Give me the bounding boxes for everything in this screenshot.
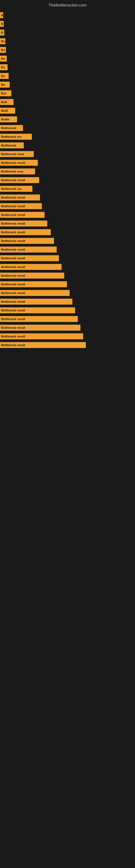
bar-row: Bottleneck result bbox=[0, 341, 135, 349]
bar-row: Bottleneck result bbox=[0, 254, 135, 262]
bar-label: Bottleneck result bbox=[1, 335, 25, 338]
bar-row: Bottleneck result bbox=[0, 315, 135, 323]
bar-item: Bottl bbox=[0, 108, 15, 114]
bar-item: Bottleneck result bbox=[0, 160, 38, 166]
bar-item: B bbox=[0, 12, 3, 18]
bar-label: Bottleneck result bbox=[1, 283, 25, 286]
bar-item: Bottleneck result bbox=[0, 290, 70, 296]
bar-label: Bottleneck result bbox=[1, 317, 25, 321]
bar-item: Bottleneck result bbox=[0, 203, 42, 209]
bar-item: Bottleneck resul bbox=[0, 151, 34, 157]
bar-item: Bottleneck resu bbox=[0, 168, 35, 175]
bar-row: Bo bbox=[0, 72, 135, 80]
bar-item: Bottle bbox=[0, 116, 17, 122]
bar-item: Bottleneck result bbox=[0, 333, 83, 339]
bar-item: Bottleneck result bbox=[0, 220, 47, 226]
bar-row: Bottleneck result bbox=[0, 176, 135, 184]
bar-row: Bottleneck result bbox=[0, 333, 135, 340]
bar-label: Bo bbox=[1, 83, 5, 86]
bar-row: Bo bbox=[0, 63, 135, 71]
bar-row: Bottleneck result bbox=[0, 280, 135, 288]
bar-row: Bott bbox=[0, 98, 135, 106]
bar-row: Bottleneck result bbox=[0, 228, 135, 236]
bar-item: Bottleneck res bbox=[0, 186, 32, 192]
bar-item: Bot bbox=[0, 90, 11, 96]
bar-label: Bo bbox=[1, 48, 5, 52]
bar-item: Bottleneck res bbox=[0, 134, 32, 140]
bar-item: B bbox=[0, 30, 4, 35]
bar-item: Bo bbox=[0, 47, 6, 53]
bar-label: Bottleneck result bbox=[1, 265, 25, 269]
bar-row: Bottleneck result bbox=[0, 246, 135, 253]
bar-label: Bottleneck result bbox=[1, 257, 25, 260]
bar-label: Bottleneck result bbox=[1, 179, 25, 182]
bar-row: Bo bbox=[0, 81, 135, 88]
bar-row: B bbox=[0, 29, 135, 36]
bar-row: Bottleneck result bbox=[0, 263, 135, 271]
bar-label: Bottleneck result bbox=[1, 326, 25, 329]
bar-label: Bottleneck result bbox=[1, 274, 25, 277]
bar-row: Bottleneck resu bbox=[0, 167, 135, 175]
bar-row: Bottleneck bbox=[0, 124, 135, 132]
bar-item: Bottleneck result bbox=[0, 299, 72, 305]
bar-label: Bottleneck resul bbox=[1, 152, 24, 156]
bars-container: BBBBoBoBoBoBoBoBotBottBottlBottleBottlen… bbox=[0, 9, 135, 352]
bar-item: Bottleneck result bbox=[0, 325, 81, 331]
bar-row: Bottleneck result bbox=[0, 220, 135, 227]
bar-label: B bbox=[1, 13, 3, 17]
bar-row: Bottleneck res bbox=[0, 185, 135, 193]
bar-item: Bottleneck result bbox=[0, 342, 86, 348]
bar-label: Bottle bbox=[1, 118, 9, 121]
bar-item: Bottleneck result bbox=[0, 229, 51, 235]
bar-item: Bottleneck result bbox=[0, 212, 45, 218]
bar-label: Bottleneck result bbox=[1, 222, 25, 225]
bar-label: Bo bbox=[1, 74, 5, 78]
bar-item: Bott bbox=[0, 99, 13, 105]
bar-row: Bottleneck resul bbox=[0, 150, 135, 158]
bar-label: Bottleneck result bbox=[1, 291, 25, 294]
bar-label: Bottleneck bbox=[1, 126, 16, 130]
bar-label: Bo bbox=[1, 66, 5, 69]
bar-label: Bottleneck result bbox=[1, 309, 25, 312]
bar-row: Bottleneck result bbox=[0, 289, 135, 297]
bar-row: B bbox=[0, 11, 135, 19]
bar-row: Bo bbox=[0, 46, 135, 54]
bar-label: B bbox=[1, 31, 3, 34]
bar-row: Bottleneck result bbox=[0, 272, 135, 279]
bar-label: Bot bbox=[1, 92, 6, 95]
bar-item: Bottleneck result bbox=[0, 238, 54, 244]
bar-label: Bo bbox=[1, 40, 5, 43]
bar-item: Bottleneck bbox=[0, 125, 23, 131]
bar-item: B bbox=[0, 21, 4, 27]
bar-row: Bottleneck result bbox=[0, 324, 135, 332]
bar-row: Bot bbox=[0, 90, 135, 97]
bar-item: Bo bbox=[0, 82, 10, 88]
bar-label: Bottl bbox=[1, 109, 8, 112]
bar-label: Bottleneck result bbox=[1, 196, 25, 199]
bar-item: Bottleneck result bbox=[0, 316, 78, 322]
bar-label: Bottleneck result bbox=[1, 230, 25, 234]
bar-row: Bottleneck result bbox=[0, 159, 135, 166]
header: TheBottlenecker.com bbox=[0, 0, 135, 9]
bar-row: Bottleneck result bbox=[0, 194, 135, 201]
bar-item: Bo bbox=[0, 64, 8, 70]
bar-item: Bo bbox=[0, 56, 7, 62]
bar-item: Bottleneck result bbox=[0, 177, 39, 183]
bar-label: Bottleneck res bbox=[1, 135, 21, 138]
bar-label: Bottleneck result bbox=[1, 300, 25, 303]
bar-item: Bo bbox=[0, 38, 5, 44]
bar-item: Bottleneck result bbox=[0, 194, 40, 200]
bar-row: Bottleneck result bbox=[0, 307, 135, 314]
bar-item: Bo bbox=[0, 73, 9, 79]
bar-item: Bottleneck result bbox=[0, 273, 64, 279]
bar-item: Bottleneck bbox=[0, 143, 24, 148]
bar-row: Bottle bbox=[0, 116, 135, 123]
bar-label: Bottleneck result bbox=[1, 239, 25, 243]
bar-label: Bottleneck res bbox=[1, 187, 21, 190]
bar-label: B bbox=[1, 22, 3, 26]
bar-label: Bottleneck result bbox=[1, 343, 25, 347]
bar-row: Bottleneck result bbox=[0, 298, 135, 305]
site-title: TheBottlenecker.com bbox=[0, 0, 135, 9]
bar-row: Bottleneck result bbox=[0, 203, 135, 210]
bar-row: Bottl bbox=[0, 107, 135, 115]
